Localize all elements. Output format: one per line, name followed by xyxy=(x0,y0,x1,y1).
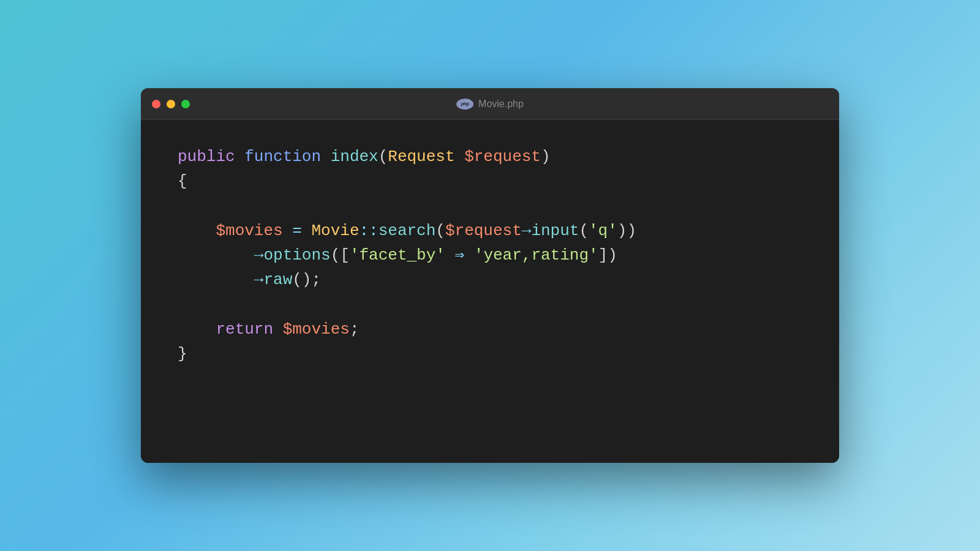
var-request: $request xyxy=(464,148,541,166)
function-name: index xyxy=(331,148,379,166)
method-input: input xyxy=(531,222,579,240)
code-line-1: public function index(Request $request) xyxy=(178,144,802,169)
title-area: php Movie.php xyxy=(456,99,524,110)
code-line-3: $movies = Movie::search($request→input('… xyxy=(178,219,802,243)
file-title: Movie.php xyxy=(478,99,524,110)
code-line-2: { xyxy=(178,169,802,193)
code-line-blank2 xyxy=(178,293,802,317)
method-options: options xyxy=(263,246,330,264)
class-movie: Movie xyxy=(311,222,359,240)
code-line-4: →options(['facet_by' ⇒ 'year,rating']) xyxy=(178,243,802,268)
method-raw: raw xyxy=(263,271,292,289)
minimize-button[interactable] xyxy=(167,100,175,108)
var-request2: $request xyxy=(445,222,522,240)
class-request: Request xyxy=(388,148,454,166)
editor-window: php Movie.php public function index(Requ… xyxy=(141,88,839,463)
titlebar: php Movie.php xyxy=(141,88,839,120)
keyword-return: return xyxy=(216,320,273,339)
code-line-blank1 xyxy=(178,194,802,219)
var-movies-return: $movies xyxy=(283,320,350,339)
var-movies: $movies xyxy=(216,222,282,240)
php-icon: php xyxy=(456,99,473,110)
method-search: search xyxy=(379,222,436,240)
keyword-function: function xyxy=(244,148,321,166)
string-facet-by: 'facet_by' xyxy=(350,246,445,264)
code-editor: public function index(Request $request) … xyxy=(141,120,839,463)
window-controls xyxy=(152,100,190,108)
keyword-public: public xyxy=(178,148,235,166)
code-line-7: } xyxy=(178,342,802,366)
maximize-button[interactable] xyxy=(181,100,190,108)
code-line-6: return $movies; xyxy=(178,317,802,342)
close-button[interactable] xyxy=(152,100,160,108)
code-line-5: →raw(); xyxy=(178,268,802,292)
string-q: 'q' xyxy=(589,222,617,240)
php-icon-label: php xyxy=(461,101,469,107)
string-year-rating: 'year,rating' xyxy=(474,246,598,264)
